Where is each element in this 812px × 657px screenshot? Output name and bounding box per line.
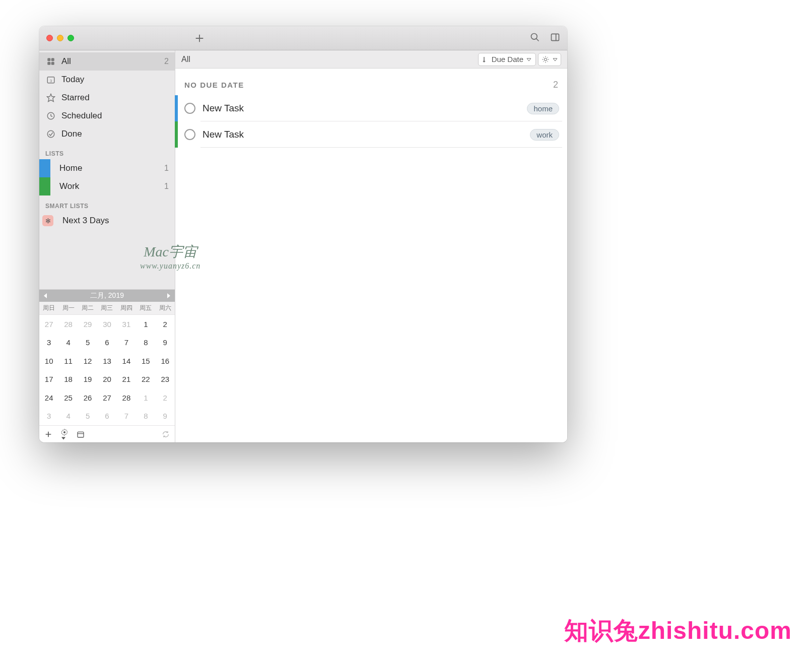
- calendar-day[interactable]: 23: [156, 370, 175, 389]
- calendar-day[interactable]: 6: [97, 334, 116, 352]
- brightness-button[interactable]: [538, 53, 561, 66]
- sidebar-count: 2: [164, 57, 169, 66]
- calendar-day[interactable]: 16: [156, 352, 175, 370]
- svg-line-3: [536, 38, 539, 41]
- task-checkbox[interactable]: [184, 129, 195, 140]
- calendar-dow: 周日: [39, 302, 58, 315]
- svg-text:3: 3: [50, 79, 52, 83]
- calendar-day[interactable]: 29: [78, 315, 97, 334]
- calendar-day[interactable]: 24: [39, 388, 58, 407]
- search-button[interactable]: [530, 32, 540, 44]
- grid-icon: [45, 56, 56, 67]
- calendar-day[interactable]: 2: [156, 315, 175, 334]
- task-row[interactable]: New Taskwork: [175, 121, 567, 148]
- calendar-day[interactable]: 9: [156, 407, 175, 426]
- task-row[interactable]: New Taskhome: [175, 95, 567, 121]
- calendar-dow: 周三: [97, 302, 116, 315]
- sidebar-list-work[interactable]: Work 1: [39, 177, 175, 195]
- calendar-day[interactable]: 19: [78, 370, 97, 389]
- main-panel: All Due Date NO DUE DATE 2 Ne: [175, 50, 567, 442]
- svg-line-32: [543, 61, 544, 61]
- sort-label: Due Date: [492, 55, 523, 63]
- sidebar-item-today[interactable]: 3 Today: [39, 71, 175, 89]
- list-color-swatch: [39, 159, 50, 177]
- calendar-day[interactable]: 18: [58, 370, 78, 389]
- task-tag[interactable]: home: [527, 103, 559, 114]
- calendar-day[interactable]: 2: [156, 388, 175, 407]
- calendar-dow: 周二: [78, 302, 97, 315]
- calendar-day[interactable]: 10: [39, 352, 58, 370]
- sidebar-list-home[interactable]: Home 1: [39, 159, 175, 177]
- calendar-day[interactable]: 1: [136, 315, 155, 334]
- task-title: New Task: [202, 129, 244, 140]
- list-label: Home: [55, 163, 82, 173]
- prev-month-button[interactable]: [43, 293, 48, 298]
- calendar-day[interactable]: 9: [156, 334, 175, 352]
- svg-marker-34: [553, 58, 557, 61]
- calendar-day[interactable]: 15: [136, 352, 155, 370]
- calendar-day[interactable]: 21: [117, 370, 136, 389]
- sidebar: All 2 3 Today Starred Scheduled Don: [39, 50, 175, 442]
- gear-icon: ✻: [42, 215, 53, 226]
- sync-button[interactable]: [162, 430, 170, 438]
- calendar-day[interactable]: 22: [136, 370, 155, 389]
- toggle-detail-button[interactable]: [550, 32, 560, 44]
- svg-rect-7: [51, 58, 54, 61]
- smart-label: Next 3 Days: [58, 216, 109, 226]
- sidebar-item-all[interactable]: All 2: [39, 52, 175, 71]
- calendar-day[interactable]: 28: [117, 388, 136, 407]
- minimize-button[interactable]: [57, 35, 63, 41]
- next-month-button[interactable]: [166, 293, 171, 298]
- calendar-button[interactable]: [77, 430, 85, 438]
- zoom-button[interactable]: [67, 35, 74, 41]
- calendar-day[interactable]: 3: [39, 407, 58, 426]
- sidebar-label: Starred: [61, 93, 90, 103]
- calendar-day[interactable]: 17: [39, 370, 58, 389]
- add-task-button[interactable]: [190, 33, 209, 44]
- sidebar-smart-next3days[interactable]: ✻ Next 3 Days: [39, 212, 175, 230]
- task-checkbox[interactable]: [184, 103, 195, 114]
- window-controls: [46, 35, 74, 41]
- close-button[interactable]: [46, 35, 53, 41]
- calendar-day[interactable]: 13: [97, 352, 116, 370]
- calendar-day[interactable]: 14: [117, 352, 136, 370]
- calendar-day[interactable]: 11: [58, 352, 78, 370]
- add-list-button[interactable]: [44, 430, 52, 438]
- calendar-day[interactable]: 30: [97, 315, 116, 334]
- calendar-day[interactable]: 25: [58, 388, 78, 407]
- calendar-day[interactable]: 3: [39, 334, 58, 352]
- titlebar: [39, 26, 567, 50]
- calendar-day[interactable]: 4: [58, 334, 78, 352]
- calendar-day[interactable]: 5: [78, 407, 97, 426]
- list-color-swatch: [39, 177, 50, 195]
- calendar-day[interactable]: 26: [78, 388, 97, 407]
- calendar-day[interactable]: 8: [136, 334, 155, 352]
- calendar-day[interactable]: 7: [117, 407, 136, 426]
- calendar-day[interactable]: 7: [117, 334, 136, 352]
- svg-marker-24: [527, 58, 531, 61]
- task-tag[interactable]: work: [530, 129, 559, 141]
- sidebar-item-scheduled[interactable]: Scheduled: [39, 107, 175, 125]
- calendar-day[interactable]: 28: [58, 315, 78, 334]
- calendar-dow: 周四: [117, 302, 136, 315]
- task-title: New Task: [202, 103, 244, 114]
- calendar-day[interactable]: 5: [78, 334, 97, 352]
- svg-marker-15: [44, 293, 47, 298]
- sort-button[interactable]: Due Date: [478, 53, 536, 66]
- calendar-day[interactable]: 20: [97, 370, 116, 389]
- calendar-day[interactable]: 27: [97, 388, 116, 407]
- sidebar-item-starred[interactable]: Starred: [39, 89, 175, 107]
- calendar-day[interactable]: 31: [117, 315, 136, 334]
- calendar-day[interactable]: 8: [136, 407, 155, 426]
- svg-marker-20: [61, 437, 65, 439]
- calendar-day[interactable]: 6: [97, 407, 116, 426]
- check-circle-icon: [45, 128, 56, 140]
- calendar-day[interactable]: 1: [136, 388, 155, 407]
- calendar-day[interactable]: 12: [78, 352, 97, 370]
- list-count: 1: [164, 164, 169, 173]
- calendar-day[interactable]: 27: [39, 315, 58, 334]
- svg-point-25: [544, 58, 547, 60]
- settings-button[interactable]: [60, 428, 69, 440]
- calendar-day[interactable]: 4: [58, 407, 78, 426]
- sidebar-item-done[interactable]: Done: [39, 125, 175, 143]
